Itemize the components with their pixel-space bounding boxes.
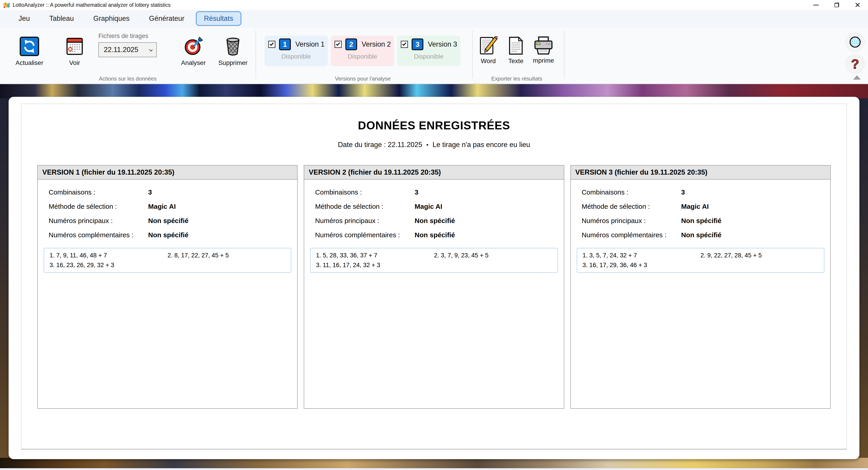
combination: 1. 7, 9, 11, 46, 48 + 7 xyxy=(50,252,167,259)
svg-text:7: 7 xyxy=(5,3,6,6)
ribbon-group-versions: 1 Version 1 Disponible 2 Version 2 Dispo… xyxy=(265,27,461,84)
menu-item-graphiques[interactable]: Graphiques xyxy=(85,11,138,26)
minimize-button[interactable] xyxy=(806,0,827,10)
version-3-panel-body: Combinaisons : 3 Méthode de sélection : … xyxy=(571,180,830,273)
version-1-number-icon: 1 xyxy=(279,38,291,50)
row-label: Numéros complémentaires : xyxy=(315,231,414,239)
ribbon-separator xyxy=(472,31,473,79)
word-document-icon xyxy=(479,36,498,55)
row-label: Combinaisons : xyxy=(49,188,148,196)
version-3-status: Disponible xyxy=(401,53,457,60)
calendar-icon xyxy=(66,37,83,56)
info-row: Combinaisons : 3 xyxy=(571,185,830,199)
export-word-button[interactable]: Word xyxy=(478,36,498,65)
info-row: Numéros complémentaires : Non spécifié xyxy=(304,228,564,242)
row-value: Non spécifié xyxy=(148,217,188,225)
restore-icon xyxy=(835,3,839,7)
combination: 2. 8, 17, 22, 27, 45 + 5 xyxy=(167,252,286,259)
text-document-icon xyxy=(508,36,524,55)
version-1-checkbox[interactable] xyxy=(268,41,276,48)
titlebar: 7 LottoAnalyzer :: A powerful mathematic… xyxy=(0,0,868,10)
info-row: Numéros principaux : Non spécifié xyxy=(304,214,564,228)
results-inner-panel: DONNÉES ENREGISTRÉES Date du tirage : 22… xyxy=(21,103,847,450)
menu-item-jeu[interactable]: Jeu xyxy=(10,11,38,26)
version-1-card[interactable]: 1 Version 1 Disponible xyxy=(265,36,328,66)
version-2-checkbox[interactable] xyxy=(335,41,342,48)
version-2-card[interactable]: 2 Version 2 Disponible xyxy=(331,36,394,66)
info-row: Numéros complémentaires : Non spécifié xyxy=(571,228,830,242)
row-label: Méthode de sélection : xyxy=(49,203,148,210)
background-photo-bottom xyxy=(0,458,868,468)
version-2-label: Version 2 xyxy=(362,40,391,49)
analyser-button[interactable]: Analyser xyxy=(178,37,209,66)
info-row: Méthode de sélection : Magic AI xyxy=(38,199,297,214)
menu-item-generateur[interactable]: Générateur xyxy=(141,11,193,26)
ribbon-separator xyxy=(564,31,564,79)
page-title: DONNÉES ENREGISTRÉES xyxy=(22,119,846,132)
main-stage: DONNÉES ENREGISTRÉES Date du tirage : 22… xyxy=(0,84,868,470)
bottom-strip xyxy=(0,468,868,470)
combination: 3. 11, 16, 17, 24, 32 + 3 xyxy=(316,262,434,269)
row-value: 3 xyxy=(414,188,418,196)
version-1-status: Disponible xyxy=(268,53,324,60)
minimize-icon xyxy=(813,5,819,5)
info-row: Méthode de sélection : Magic AI xyxy=(304,199,564,214)
question-mark-icon: ? xyxy=(851,56,859,71)
export-print-button[interactable]: mprime xyxy=(533,36,553,65)
info-row: Numéros complémentaires : Non spécifié xyxy=(38,228,297,242)
row-value: Non spécifié xyxy=(681,231,721,239)
row-value: Non spécifié xyxy=(148,231,188,239)
export-group-label: Exporter les résultats xyxy=(478,75,555,82)
row-label: Numéros principaux : xyxy=(49,217,148,225)
version-cards: 1 Version 1 Disponible 2 Version 2 Dispo… xyxy=(265,36,460,66)
combination: 1. 3, 5, 7, 24, 32 + 7 xyxy=(583,252,701,259)
row-value: Non spécifié xyxy=(414,231,455,239)
dartboard-icon xyxy=(183,37,203,56)
row-label: Numéros principaux : xyxy=(582,217,681,225)
export-buttons: Word Texte xyxy=(478,36,553,65)
supprimer-button[interactable]: Supprimer xyxy=(216,37,250,66)
combinations-box-1: 1. 7, 9, 11, 46, 48 + 7 2. 8, 17, 22, 27… xyxy=(44,248,291,273)
file-selector-label: Fichiers de tirages xyxy=(98,33,157,39)
collapse-ribbon-button[interactable] xyxy=(853,75,861,80)
combination: 2. 3, 7, 9, 23, 45 + 5 xyxy=(434,252,552,259)
ribbon-group-export: Word Texte xyxy=(478,27,555,84)
export-texte-button[interactable]: Texte xyxy=(506,36,526,65)
restore-button[interactable] xyxy=(827,0,847,10)
version-1-panel: VERSION 1 (fichier du 19.11.2025 20:35) … xyxy=(37,165,298,409)
info-row: Numéros principaux : Non spécifié xyxy=(571,214,830,228)
close-button[interactable]: × xyxy=(847,0,868,10)
menu-item-tableau[interactable]: Tableau xyxy=(41,11,82,26)
voir-label: Voir xyxy=(69,59,80,66)
checkmark-icon xyxy=(270,42,274,46)
checkmark-icon xyxy=(336,42,340,46)
actualiser-label: Actualiser xyxy=(16,59,43,66)
version-3-label: Version 3 xyxy=(428,40,457,49)
analyser-label: Analyser xyxy=(181,59,206,66)
info-row: Combinaisons : 3 xyxy=(38,185,297,199)
window-title: LottoAnalyzer :: A powerful mathematical… xyxy=(13,2,170,8)
actualiser-button[interactable]: Actualiser xyxy=(11,37,48,66)
version-3-checkbox[interactable] xyxy=(401,41,408,48)
version-3-card[interactable]: 3 Version 3 Disponible xyxy=(397,36,460,66)
printer-icon xyxy=(533,36,553,55)
menu-item-resultats[interactable]: Résultats xyxy=(196,11,241,26)
row-value: Magic AI xyxy=(414,203,442,210)
versions-group-label: Versions pour l'analyse xyxy=(265,75,461,82)
version-2-number-icon: 2 xyxy=(345,38,357,50)
app-window: 7 LottoAnalyzer :: A powerful mathematic… xyxy=(0,0,868,470)
background-photo-top xyxy=(0,84,868,98)
bullet-separator: • xyxy=(426,142,428,148)
voir-button[interactable]: Voir xyxy=(60,37,89,66)
help-button[interactable]: ? xyxy=(846,54,865,73)
file-selector-dropdown[interactable]: 22.11.2025 xyxy=(98,42,157,57)
language-globe-button[interactable] xyxy=(846,33,865,52)
row-label: Méthode de sélection : xyxy=(582,203,681,210)
draw-status: Le tirage n'a pas encore eu lieu xyxy=(432,141,530,149)
menubar: Jeu Tableau Graphiques Générateur Résult… xyxy=(0,10,868,27)
row-value: 3 xyxy=(148,188,152,196)
draw-subtitle: Date du tirage : 22.11.2025 • Le tirage … xyxy=(22,141,846,149)
file-selector: Fichiers de tirages 22.11.2025 xyxy=(98,33,157,57)
row-label: Numéros complémentaires : xyxy=(49,231,148,239)
combination: 3. 16, 17, 29, 36, 46 + 3 xyxy=(583,262,701,269)
